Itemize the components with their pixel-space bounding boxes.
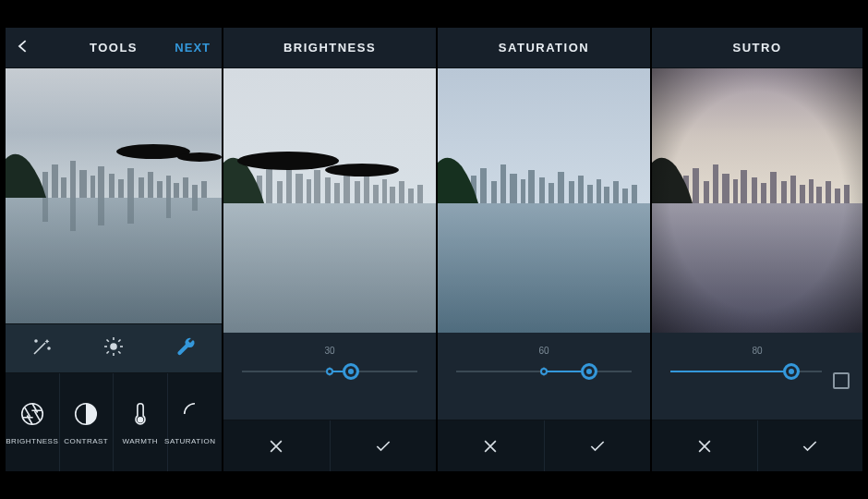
svg-rect-57	[382, 179, 387, 203]
screen-title: BRIGHTNESS	[283, 41, 376, 55]
svg-rect-20	[42, 198, 48, 222]
svg-rect-72	[528, 170, 535, 203]
svg-rect-61	[417, 185, 423, 203]
svg-point-39	[22, 403, 43, 424]
svg-point-41	[138, 417, 142, 421]
slider-value: 30	[223, 333, 436, 355]
svg-rect-76	[569, 181, 574, 203]
svg-point-28	[35, 340, 37, 342]
svg-rect-19	[201, 181, 207, 198]
tool-label: SATURATION	[164, 437, 215, 445]
svg-rect-60	[408, 189, 414, 203]
svg-rect-6	[79, 170, 87, 198]
photo-preview	[6, 68, 222, 323]
photo-preview	[223, 68, 436, 333]
svg-rect-22	[98, 198, 104, 225]
svg-rect-49	[307, 179, 311, 203]
confirm-row	[652, 420, 862, 471]
slider-value: 60	[438, 333, 650, 355]
slider-handle[interactable]	[343, 363, 359, 380]
photo-preview	[652, 68, 862, 333]
screen-title: TOOLS	[90, 41, 138, 55]
svg-rect-70	[510, 174, 517, 203]
svg-rect-104	[652, 68, 862, 333]
aperture-icon	[18, 400, 46, 432]
svg-rect-46	[277, 181, 283, 203]
svg-rect-8	[98, 166, 104, 198]
cancel-button[interactable]	[438, 420, 544, 471]
svg-point-63	[325, 164, 399, 176]
svg-rect-11	[127, 168, 134, 198]
svg-rect-50	[314, 170, 320, 203]
tool-warmth[interactable]: WARMTH	[114, 373, 168, 471]
screen-saturation: SATURATION 60	[438, 28, 650, 471]
svg-rect-55	[364, 176, 369, 203]
svg-line-38	[118, 340, 120, 342]
tool-label: CONTRAST	[64, 437, 108, 445]
tool-saturation[interactable]: SATURATION	[168, 373, 223, 471]
svg-rect-54	[355, 181, 360, 203]
svg-rect-79	[597, 179, 601, 203]
svg-rect-59	[399, 181, 404, 203]
slider[interactable]	[242, 355, 417, 388]
svg-rect-74	[549, 183, 554, 203]
svg-rect-80	[604, 187, 609, 203]
svg-rect-25	[192, 198, 198, 211]
slider[interactable]	[670, 355, 822, 388]
svg-rect-10	[118, 179, 124, 198]
slider-area: 80	[652, 333, 862, 471]
wrench-icon[interactable]	[150, 330, 222, 367]
svg-point-62	[237, 152, 339, 170]
confirm-button[interactable]	[544, 420, 651, 471]
svg-rect-12	[139, 177, 144, 198]
svg-rect-69	[500, 164, 506, 203]
tool-strip[interactable]: BRIGHTNESS CONTRAST WARMTH SATURATION	[6, 373, 222, 471]
svg-rect-17	[183, 177, 188, 198]
header: SUTRO	[652, 28, 862, 68]
slider[interactable]	[456, 355, 632, 388]
mode-tab-row	[6, 323, 222, 373]
svg-rect-9	[109, 174, 115, 198]
slider-handle[interactable]	[783, 363, 800, 380]
svg-rect-7	[90, 176, 95, 198]
svg-rect-47	[286, 164, 292, 203]
magic-wand-icon[interactable]	[6, 330, 78, 367]
cancel-button[interactable]	[652, 420, 757, 471]
frame-toggle-checkbox[interactable]	[833, 372, 850, 389]
photo-preview	[438, 68, 650, 333]
svg-rect-4	[61, 177, 66, 198]
svg-rect-52	[334, 183, 340, 203]
brightness-sun-icon[interactable]	[78, 330, 150, 367]
slider-area: 60	[438, 333, 650, 471]
svg-rect-77	[578, 176, 584, 203]
header: TOOLS NEXT	[6, 28, 222, 68]
back-arrow-icon[interactable]	[15, 37, 33, 58]
slider-area: 30	[223, 333, 436, 471]
tool-label: BRIGHTNESS	[6, 437, 58, 445]
confirm-row	[438, 420, 650, 471]
confirm-row	[223, 420, 436, 471]
svg-rect-56	[373, 185, 379, 203]
svg-rect-45	[266, 168, 272, 203]
slider-value: 80	[652, 333, 862, 355]
svg-line-35	[106, 340, 108, 342]
svg-rect-65	[438, 203, 650, 333]
tool-contrast[interactable]: CONTRAST	[60, 373, 115, 471]
screen-title: SATURATION	[499, 41, 589, 55]
next-button[interactable]: NEXT	[175, 41, 211, 55]
svg-rect-53	[344, 172, 350, 203]
screen-brightness: BRIGHTNESS 30	[223, 28, 436, 471]
svg-rect-51	[325, 177, 331, 203]
cancel-button[interactable]	[223, 420, 330, 471]
svg-rect-16	[174, 183, 179, 198]
tool-brightness[interactable]: BRIGHTNESS	[6, 373, 60, 471]
svg-rect-14	[157, 181, 163, 198]
screen-tools: TOOLS NEXT	[6, 28, 222, 471]
svg-point-27	[177, 152, 222, 162]
svg-rect-73	[539, 177, 545, 203]
confirm-button[interactable]	[757, 420, 863, 471]
slider-handle[interactable]	[581, 363, 597, 380]
svg-rect-24	[166, 198, 171, 218]
svg-rect-23	[127, 198, 134, 224]
confirm-button[interactable]	[330, 420, 437, 471]
